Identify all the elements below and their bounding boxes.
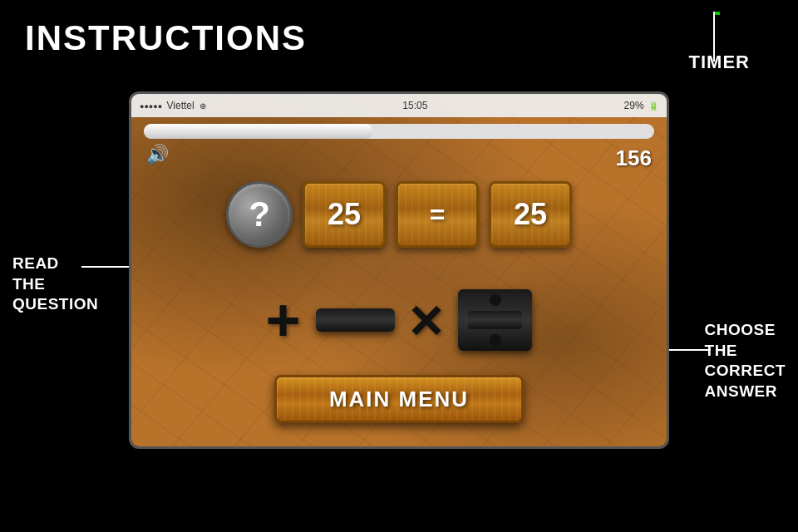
status-time: 15:05: [402, 100, 427, 111]
progress-bar-fill: [144, 124, 373, 139]
score-display: 156: [616, 145, 652, 171]
operator-row: + ×: [131, 289, 667, 351]
equals-tile: =: [396, 181, 479, 248]
plus-operator[interactable]: +: [266, 290, 301, 350]
carrier-text: ●●●●● Viettel ⊕: [140, 100, 206, 111]
progress-bar-container: [144, 124, 654, 139]
minus-operator[interactable]: [316, 308, 395, 332]
read-question-connector: [81, 266, 131, 268]
timer-label: TIMER: [689, 52, 750, 73]
main-menu-button[interactable]: MAIN MENU: [274, 375, 524, 423]
divide-operator[interactable]: [458, 289, 532, 351]
equation-row: ? 25 = 25: [131, 181, 667, 248]
choose-answer-label: CHOOSETHECORRECTANSWER: [705, 320, 786, 402]
read-question-label: READTHEQUESTION: [12, 254, 98, 315]
status-bar: ●●●●● Viettel ⊕ 15:05 29% 🔋: [131, 94, 667, 117]
question-tile[interactable]: ?: [226, 181, 293, 248]
answer-tile: 25: [489, 181, 572, 248]
battery-text: 29% 🔋: [624, 100, 658, 111]
multiply-operator[interactable]: ×: [410, 291, 444, 349]
page-title: INSTRUCTIONS: [25, 18, 307, 58]
timer-connector-line: [713, 12, 715, 62]
game-screen: ●●●●● Viettel ⊕ 15:05 29% 🔋 🔊 156 ? 25 =…: [129, 91, 669, 449]
num1-tile: 25: [303, 181, 386, 248]
speaker-icon[interactable]: 🔊: [146, 144, 169, 165]
